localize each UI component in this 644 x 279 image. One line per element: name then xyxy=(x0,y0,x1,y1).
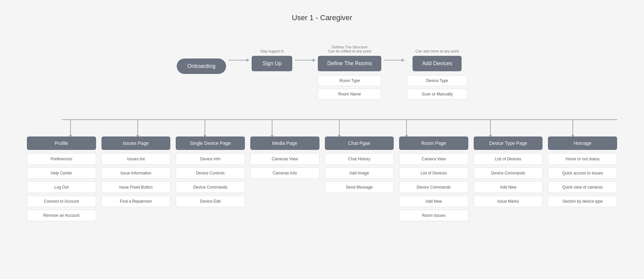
device-type-items: List of Devices Device Commands Add New … xyxy=(474,153,543,207)
room-item-2: Device Commands xyxy=(399,182,468,193)
media-item-0: Cameras View xyxy=(250,153,319,165)
bottom-section: Profile Preferences Help Center Log Out … xyxy=(0,110,644,221)
arrow-line-2 xyxy=(295,60,315,61)
connector-svg xyxy=(27,110,617,136)
device-type-item-0: List of Devices xyxy=(474,153,543,165)
chat-item-2: Send Message xyxy=(325,182,394,193)
define-rooms-annotation-2: Can be edited at any point xyxy=(328,49,371,53)
arrow-line-1 xyxy=(229,60,249,61)
signup-node: Stay logged In Sign Up xyxy=(252,42,292,71)
single-device-header: Single Device Page xyxy=(176,136,245,150)
chat-items: Chat History Add Image Send Message xyxy=(325,153,394,193)
profile-item-3: Connect to Account xyxy=(27,196,96,207)
homage-column: Homage Home or not status Quick access t… xyxy=(548,136,617,221)
arrow-line-3 xyxy=(384,60,404,61)
define-rooms-sub-items: Room Type Room Name xyxy=(318,75,381,99)
room-column: Room Page Camera View List of Devices De… xyxy=(399,136,468,221)
onboarding-node: Onboarding xyxy=(177,42,226,74)
add-devices-annotation: Can add more at any point xyxy=(416,42,459,53)
single-device-item-0: Device Info xyxy=(176,153,245,165)
device-type-item-3: Issue Marks xyxy=(474,196,543,207)
add-devices-node: Can add more at any point Add Devices De… xyxy=(407,42,467,99)
define-rooms-label: Define The Rooms xyxy=(318,56,381,71)
arrow-3 xyxy=(384,60,404,61)
profile-column: Profile Preferences Help Center Log Out … xyxy=(27,136,96,221)
chat-item-1: Add Image xyxy=(325,167,394,179)
define-rooms-sub-item-1: Room Name xyxy=(318,89,381,99)
issues-items: Issues list Issue Information Issue Fixe… xyxy=(101,153,171,207)
arrow-2 xyxy=(295,60,315,61)
add-devices-sub-item-0: Device Type xyxy=(407,75,467,86)
signup-label: Sign Up xyxy=(252,56,292,71)
device-type-item-1: Device Commands xyxy=(474,167,543,179)
homage-item-0: Home or not status xyxy=(548,153,617,165)
profile-items: Preferences Help Center Log Out Connect … xyxy=(27,153,96,221)
chat-header: Chat Pgae xyxy=(325,136,394,150)
homage-item-3: Section by device type xyxy=(548,196,617,207)
define-rooms-annotation: Defines The Structure Can be edited at a… xyxy=(328,42,371,53)
page: User 1 - Caregiver Onboarding Stay logge… xyxy=(0,0,644,279)
media-item-1: Cameras Info xyxy=(250,167,319,179)
onboarding-label: Onboarding xyxy=(177,58,226,74)
bottom-columns: Profile Preferences Help Center Log Out … xyxy=(27,136,617,221)
single-device-column: Single Device Page Device Info Device Co… xyxy=(176,136,245,221)
define-rooms-sub-item-0: Room Type xyxy=(318,75,381,86)
issues-column: Issues Page Issues list Issue Informatio… xyxy=(101,136,171,221)
room-item-4: Room Issues xyxy=(399,210,468,221)
room-items: Camera View List of Devices Device Comma… xyxy=(399,153,468,221)
issues-item-0: Issues list xyxy=(101,153,171,165)
room-header: Room Page xyxy=(399,136,468,150)
issues-item-2: Issue Fixed Button xyxy=(101,182,171,193)
signup-annotation-text: Stay logged In xyxy=(260,49,284,53)
room-item-0: Camera View xyxy=(399,153,468,165)
room-item-1: List of Devices xyxy=(399,167,468,179)
profile-item-1: Help Center xyxy=(27,167,96,179)
media-column: Media Page Cameras View Cameras Info xyxy=(250,136,319,221)
issues-header: Issues Page xyxy=(101,136,171,150)
define-rooms-node: Defines The Structure Can be edited at a… xyxy=(318,42,381,99)
homage-item-1: Quick access to issues xyxy=(548,167,617,179)
signup-annotation: Stay logged In xyxy=(260,42,284,53)
add-devices-sub-item-1: Scan or Manually xyxy=(407,89,467,99)
profile-item-4: Remove an Account xyxy=(27,210,96,221)
add-devices-sub-items: Device Type Scan or Manually xyxy=(407,75,467,99)
device-type-header: Device Type Page xyxy=(474,136,543,150)
add-devices-annotation-1: Can add more at any point xyxy=(416,49,459,53)
single-device-item-1: Device Controls xyxy=(176,167,245,179)
device-type-column: Device Type Page List of Devices Device … xyxy=(474,136,543,221)
homage-items: Home or not status Quick access to issue… xyxy=(548,153,617,207)
page-title: User 1 - Caregiver xyxy=(0,0,644,26)
profile-item-2: Log Out xyxy=(27,182,96,193)
device-type-item-2: Add New xyxy=(474,182,543,193)
issues-item-3: Find a Repairmen xyxy=(101,196,171,207)
arrow-1 xyxy=(229,60,249,61)
single-device-item-3: Device Edit xyxy=(176,196,245,207)
single-device-item-2: Device Commands xyxy=(176,182,245,193)
single-device-items: Device Info Device Controls Device Comma… xyxy=(176,153,245,207)
media-header: Media Page xyxy=(250,136,319,150)
profile-item-0: Preferences xyxy=(27,153,96,165)
media-items: Cameras View Cameras Info xyxy=(250,153,319,179)
issues-item-1: Issue Information xyxy=(101,167,171,179)
room-item-3: Add New xyxy=(399,196,468,207)
define-rooms-annotation-1: Defines The Structure xyxy=(332,45,368,49)
homage-item-2: Quick view of cameras xyxy=(548,182,617,193)
add-devices-label: Add Devices xyxy=(413,56,462,71)
chat-column: Chat Pgae Chat History Add Image Send Me… xyxy=(325,136,394,221)
profile-header: Profile xyxy=(27,136,96,150)
homage-header: Homage xyxy=(548,136,617,150)
chat-item-0: Chat History xyxy=(325,153,394,165)
top-flow: Onboarding Stay logged In Sign Up Define… xyxy=(0,42,644,99)
